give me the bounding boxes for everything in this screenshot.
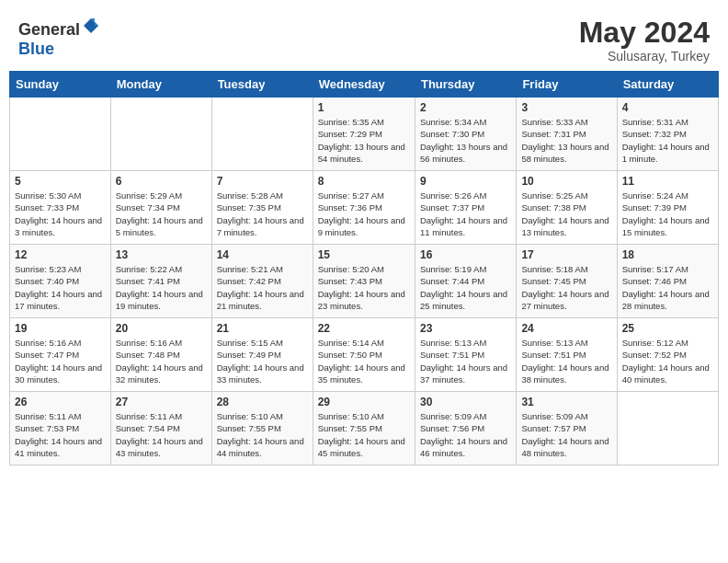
cell-content: Sunrise: 5:27 AM Sunset: 7:36 PM Dayligh… xyxy=(318,190,410,238)
calendar-cell: 28Sunrise: 5:10 AM Sunset: 7:55 PM Dayli… xyxy=(211,392,313,465)
calendar-cell: 9Sunrise: 5:26 AM Sunset: 7:37 PM Daylig… xyxy=(415,171,516,245)
day-number: 20 xyxy=(116,322,207,335)
day-number: 15 xyxy=(318,248,410,261)
day-number: 6 xyxy=(116,175,207,188)
day-number: 19 xyxy=(15,322,106,335)
cell-content: Sunrise: 5:20 AM Sunset: 7:43 PM Dayligh… xyxy=(318,263,410,312)
calendar-cell: 5Sunrise: 5:30 AM Sunset: 7:33 PM Daylig… xyxy=(10,171,111,245)
calendar-cell xyxy=(110,98,211,171)
cell-content: Sunrise: 5:22 AM Sunset: 7:41 PM Dayligh… xyxy=(116,263,207,312)
day-number: 24 xyxy=(521,322,611,335)
day-number: 16 xyxy=(420,248,511,261)
cell-content: Sunrise: 5:26 AM Sunset: 7:37 PM Dayligh… xyxy=(420,190,511,238)
calendar-cell: 8Sunrise: 5:27 AM Sunset: 7:36 PM Daylig… xyxy=(313,171,415,245)
cell-content: Sunrise: 5:24 AM Sunset: 7:39 PM Dayligh… xyxy=(622,190,713,238)
day-number: 8 xyxy=(318,175,410,188)
calendar-cell xyxy=(617,392,718,465)
day-number: 1 xyxy=(318,101,410,114)
calendar-table: SundayMondayTuesdayWednesdayThursdayFrid… xyxy=(9,71,719,465)
logo-blue: Blue xyxy=(18,40,54,58)
cell-content: Sunrise: 5:19 AM Sunset: 7:44 PM Dayligh… xyxy=(420,263,511,312)
cell-content: Sunrise: 5:23 AM Sunset: 7:40 PM Dayligh… xyxy=(15,263,106,312)
calendar-cell: 22Sunrise: 5:14 AM Sunset: 7:50 PM Dayli… xyxy=(313,318,415,392)
calendar-cell xyxy=(10,98,111,171)
calendar-cell: 15Sunrise: 5:20 AM Sunset: 7:43 PM Dayli… xyxy=(313,245,415,318)
calendar-cell: 18Sunrise: 5:17 AM Sunset: 7:46 PM Dayli… xyxy=(617,245,718,318)
cell-content: Sunrise: 5:15 AM Sunset: 7:49 PM Dayligh… xyxy=(217,337,308,385)
cell-content: Sunrise: 5:34 AM Sunset: 7:30 PM Dayligh… xyxy=(420,116,511,165)
day-number: 31 xyxy=(521,396,611,408)
cell-content: Sunrise: 5:13 AM Sunset: 7:51 PM Dayligh… xyxy=(420,337,511,385)
day-number: 2 xyxy=(420,101,511,114)
day-number: 17 xyxy=(521,248,611,261)
calendar-cell: 10Sunrise: 5:25 AM Sunset: 7:38 PM Dayli… xyxy=(517,171,617,245)
calendar-cell: 3Sunrise: 5:33 AM Sunset: 7:31 PM Daylig… xyxy=(517,98,617,171)
calendar-cell: 6Sunrise: 5:29 AM Sunset: 7:34 PM Daylig… xyxy=(110,171,211,245)
day-number: 21 xyxy=(217,322,308,335)
cell-content: Sunrise: 5:29 AM Sunset: 7:34 PM Dayligh… xyxy=(116,190,207,238)
calendar-cell: 24Sunrise: 5:13 AM Sunset: 7:51 PM Dayli… xyxy=(517,318,617,392)
calendar-cell: 26Sunrise: 5:11 AM Sunset: 7:53 PM Dayli… xyxy=(10,392,111,465)
cell-content: Sunrise: 5:11 AM Sunset: 7:54 PM Dayligh… xyxy=(116,410,207,459)
weekday-header-friday: Friday xyxy=(517,72,617,98)
calendar-cell: 19Sunrise: 5:16 AM Sunset: 7:47 PM Dayli… xyxy=(10,318,111,392)
page-header: General Blue May 2024 Sulusaray, Turkey xyxy=(9,9,719,67)
calendar-cell: 14Sunrise: 5:21 AM Sunset: 7:42 PM Dayli… xyxy=(211,245,313,318)
cell-content: Sunrise: 5:09 AM Sunset: 7:56 PM Dayligh… xyxy=(420,410,511,459)
calendar-cell: 12Sunrise: 5:23 AM Sunset: 7:40 PM Dayli… xyxy=(10,245,111,318)
cell-content: Sunrise: 5:30 AM Sunset: 7:33 PM Dayligh… xyxy=(15,190,106,238)
cell-content: Sunrise: 5:14 AM Sunset: 7:50 PM Dayligh… xyxy=(318,337,410,385)
calendar-cell: 20Sunrise: 5:16 AM Sunset: 7:48 PM Dayli… xyxy=(110,318,211,392)
cell-content: Sunrise: 5:16 AM Sunset: 7:48 PM Dayligh… xyxy=(116,337,207,385)
cell-content: Sunrise: 5:21 AM Sunset: 7:42 PM Dayligh… xyxy=(217,263,308,312)
calendar-cell: 31Sunrise: 5:09 AM Sunset: 7:57 PM Dayli… xyxy=(517,392,617,465)
cell-content: Sunrise: 5:10 AM Sunset: 7:55 PM Dayligh… xyxy=(217,410,308,459)
day-number: 9 xyxy=(420,175,511,188)
cell-content: Sunrise: 5:28 AM Sunset: 7:35 PM Dayligh… xyxy=(217,190,308,238)
day-number: 4 xyxy=(622,101,713,114)
weekday-header-sunday: Sunday xyxy=(10,72,111,98)
location: Sulusaray, Turkey xyxy=(579,49,710,63)
day-number: 29 xyxy=(318,396,410,408)
day-number: 10 xyxy=(521,175,611,188)
day-number: 11 xyxy=(622,175,713,188)
day-number: 7 xyxy=(217,175,308,188)
day-number: 3 xyxy=(521,101,611,114)
calendar-cell: 16Sunrise: 5:19 AM Sunset: 7:44 PM Dayli… xyxy=(415,245,516,318)
day-number: 28 xyxy=(217,396,308,408)
day-number: 27 xyxy=(116,396,207,408)
cell-content: Sunrise: 5:17 AM Sunset: 7:46 PM Dayligh… xyxy=(622,263,713,312)
calendar-cell: 29Sunrise: 5:10 AM Sunset: 7:55 PM Dayli… xyxy=(313,392,415,465)
day-number: 25 xyxy=(622,322,713,335)
cell-content: Sunrise: 5:12 AM Sunset: 7:52 PM Dayligh… xyxy=(622,337,713,385)
cell-content: Sunrise: 5:18 AM Sunset: 7:45 PM Dayligh… xyxy=(521,263,611,312)
cell-content: Sunrise: 5:35 AM Sunset: 7:29 PM Dayligh… xyxy=(318,116,410,165)
day-number: 26 xyxy=(15,396,106,408)
weekday-header-wednesday: Wednesday xyxy=(313,72,415,98)
calendar-cell: 30Sunrise: 5:09 AM Sunset: 7:56 PM Dayli… xyxy=(415,392,516,465)
cell-content: Sunrise: 5:11 AM Sunset: 7:53 PM Dayligh… xyxy=(15,410,106,459)
day-number: 18 xyxy=(622,248,713,261)
calendar-cell: 27Sunrise: 5:11 AM Sunset: 7:54 PM Dayli… xyxy=(110,392,211,465)
day-number: 13 xyxy=(116,248,207,261)
day-number: 23 xyxy=(420,322,511,335)
calendar-cell: 21Sunrise: 5:15 AM Sunset: 7:49 PM Dayli… xyxy=(211,318,313,392)
month-year: May 2024 xyxy=(579,17,710,49)
calendar-cell: 2Sunrise: 5:34 AM Sunset: 7:30 PM Daylig… xyxy=(415,98,516,171)
day-number: 30 xyxy=(420,396,511,408)
cell-content: Sunrise: 5:25 AM Sunset: 7:38 PM Dayligh… xyxy=(521,190,611,238)
cell-content: Sunrise: 5:16 AM Sunset: 7:47 PM Dayligh… xyxy=(15,337,106,385)
cell-content: Sunrise: 5:13 AM Sunset: 7:51 PM Dayligh… xyxy=(521,337,611,385)
day-number: 5 xyxy=(15,175,106,188)
calendar-cell: 7Sunrise: 5:28 AM Sunset: 7:35 PM Daylig… xyxy=(211,171,313,245)
logo-icon xyxy=(82,17,100,35)
weekday-header-thursday: Thursday xyxy=(415,72,516,98)
calendar-cell: 11Sunrise: 5:24 AM Sunset: 7:39 PM Dayli… xyxy=(617,171,718,245)
calendar-cell: 13Sunrise: 5:22 AM Sunset: 7:41 PM Dayli… xyxy=(110,245,211,318)
calendar-cell: 17Sunrise: 5:18 AM Sunset: 7:45 PM Dayli… xyxy=(517,245,617,318)
logo: General Blue xyxy=(18,17,100,59)
calendar-cell: 4Sunrise: 5:31 AM Sunset: 7:32 PM Daylig… xyxy=(617,98,718,171)
cell-content: Sunrise: 5:10 AM Sunset: 7:55 PM Dayligh… xyxy=(318,410,410,459)
weekday-header-saturday: Saturday xyxy=(617,72,718,98)
logo-general: General xyxy=(18,20,80,39)
